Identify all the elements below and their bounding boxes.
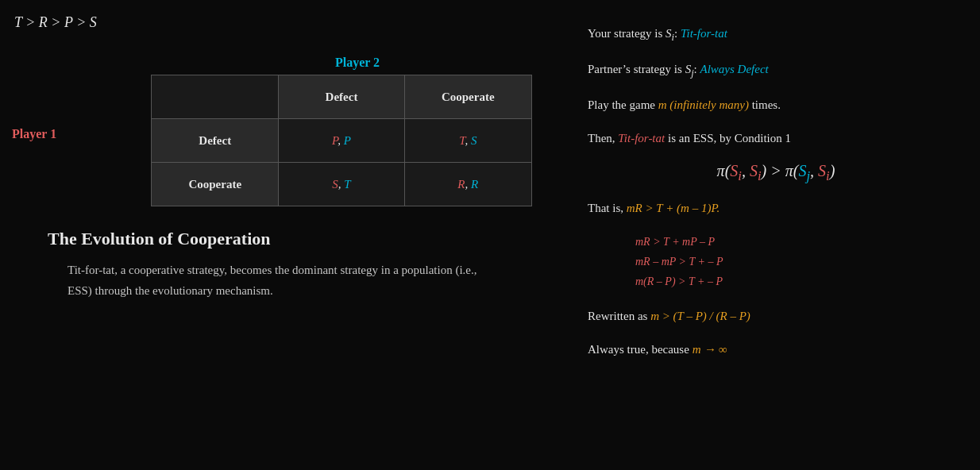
that-is-line: That is, mR > T + (m – 1)P.: [588, 198, 964, 218]
cell-cc-val2: R: [471, 178, 478, 191]
strategy-name: Tit-for-tat: [681, 27, 727, 40]
player1-label: Player 1: [12, 127, 56, 141]
math-display-pi: π(Si, Si) > π(Sj, Si): [588, 162, 964, 184]
always-math: m → ∞: [693, 343, 727, 356]
cell-dc: T, S: [404, 119, 531, 163]
cell-cc: R, R: [404, 163, 531, 206]
always-line: Always true, because m → ∞: [588, 340, 964, 359]
evolution-desc: Tit-for-tat, a cooperative strategy, bec…: [68, 260, 480, 301]
game-matrix-container: Player 2 Player 1 Defect Cooperate Defec…: [56, 56, 532, 206]
row-header-defect: Defect: [152, 119, 279, 163]
strategy-sub: i: [672, 32, 674, 43]
strategy-line-pre: Your strategy is: [588, 27, 662, 40]
cell-cd-val1: S: [332, 178, 338, 191]
then-highlight: Tit-for-tat: [618, 132, 668, 144]
partner-line-pre: Partner’s strategy is: [588, 63, 682, 75]
cell-cd-val2: T: [344, 178, 350, 191]
always-pre: Always true, because: [588, 343, 689, 356]
left-panel: T > R > P > S Player 2 Player 1 Defect C…: [0, 0, 556, 470]
inequality: T > R > P > S: [14, 14, 97, 31]
payoff-matrix: Defect Cooperate Defect P, P T, S Cooper…: [151, 75, 532, 206]
cell-cc-val1: R: [457, 178, 465, 191]
cell-cd: S, T: [279, 163, 404, 206]
col-header-cooperate: Cooperate: [404, 75, 531, 119]
row-header-cooperate: Cooperate: [152, 163, 279, 206]
strategy-line: Your strategy is Si: Tit-for-tat: [588, 24, 964, 45]
math-block-line2: mR – mP > T + – P: [635, 252, 964, 272]
empty-corner: [152, 75, 279, 119]
then-line: Then, Tit-for-tat is an ESS, by Conditio…: [588, 129, 964, 148]
rewritten-math: m > (T – P) / (R – P): [650, 310, 750, 322]
rewritten-pre: Rewritten as: [588, 310, 647, 322]
col-header-defect: Defect: [279, 75, 404, 119]
game-line-mid: (infinitely many): [669, 98, 749, 111]
that-is-pre: That is,: [588, 202, 623, 214]
game-var: m: [658, 98, 667, 111]
that-is-math: mR > T + (m – 1)P.: [627, 202, 720, 214]
cell-dd: P, P: [279, 119, 404, 163]
game-line-post: times.: [752, 98, 781, 111]
rewritten-line: Rewritten as m > (T – P) / (R – P): [588, 306, 964, 326]
cell-dd-val2: P: [344, 134, 351, 147]
game-line-pre: Play the game: [588, 98, 655, 111]
cell-dc-val2: S: [471, 134, 477, 147]
right-panel: Your strategy is Si: Tit-for-tat Partner…: [572, 0, 980, 470]
partner-sub: j: [691, 67, 693, 79]
player2-label: Player 2: [183, 56, 532, 70]
evolution-title: The Evolution of Cooperation: [48, 229, 532, 249]
partner-name: Always Defect: [700, 63, 769, 75]
math-block-line3: m(R – P) > T + – P: [635, 272, 964, 291]
then-pre: Then,: [588, 132, 615, 144]
partner-line: Partner’s strategy is Sj: Always Defect: [588, 60, 964, 81]
game-line: Play the game m (infinitely many) times.: [588, 95, 964, 114]
math-block: mR > T + mP – P mR – mP > T + – P m(R – …: [635, 232, 964, 292]
then-post: is an ESS, by Condition 1: [668, 132, 791, 144]
math-block-line1: mR > T + mP – P: [635, 232, 964, 252]
